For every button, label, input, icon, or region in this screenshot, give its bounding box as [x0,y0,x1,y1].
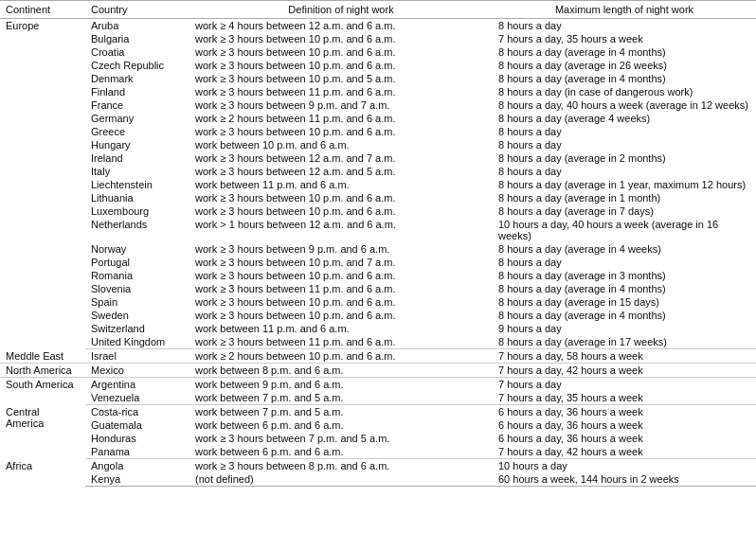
definition-cell: (not defined) [189,472,493,487]
definition-cell: work ≥ 3 hours between 10 p.m. and 6 a.m… [189,45,493,59]
country-cell: Sweden [85,309,189,322]
country-cell: Ireland [85,151,189,165]
definition-cell: work ≥ 3 hours between 10 p.m. and 6 a.m… [189,59,493,72]
max-cell: 8 hours a day [493,256,756,269]
max-cell: 8 hours a day (average in 2 months) [493,151,756,165]
definition-cell: work ≥ 3 hours between 10 p.m. and 6 a.m… [189,269,493,282]
continent-cell: Meddle East [0,349,85,364]
continent-cell: Europe [0,19,85,349]
max-cell: 8 hours a day (average in 4 months) [493,45,756,59]
country-cell: Greece [85,125,189,138]
max-cell: 8 hours a day (average in 4 weeks) [493,242,756,256]
max-cell: 8 hours a day (average in 3 months) [493,269,756,282]
max-cell: 6 hours a day, 36 hours a week [493,405,756,419]
definition-cell: work ≥ 3 hours between 9 p.m. and 7 a.m. [189,98,493,112]
definition-cell: work ≥ 2 hours between 10 p.m. and 6 a.m… [189,349,493,364]
country-cell: Venezuela [85,391,189,405]
definition-cell: work ≥ 3 hours between 10 p.m. and 6 a.m… [189,191,493,204]
country-cell: Switzerland [85,322,189,335]
definition-cell: work between 6 p.m. and 6 a.m. [189,445,493,459]
max-cell: 8 hours a day (average in 1 year, maximu… [493,178,756,191]
max-cell: 8 hours a day (average in 26 weeks) [493,59,756,72]
definition-cell: work ≥ 3 hours between 12 a.m. and 7 a.m… [189,151,493,165]
max-cell: 8 hours a day (average 4 weeks) [493,112,756,125]
country-cell: Croatia [85,45,189,59]
continent-cell: North America [0,364,85,378]
max-cell: 10 hours a day [493,459,756,473]
max-cell: 8 hours a day (average in 4 months) [493,72,756,85]
country-cell: Luxembourg [85,204,189,218]
definition-cell: work between 7 p.m. and 5 a.m. [189,391,493,405]
country-cell: Argentina [85,378,189,392]
max-cell: 7 hours a day, 35 hours a week [493,32,756,45]
header-continent: Continent [0,1,85,19]
country-cell: Bulgaria [85,32,189,45]
definition-cell: work between 7 p.m. and 5 a.m. [189,405,493,419]
country-cell: Costa-rica [85,405,189,419]
country-cell: Norway [85,242,189,256]
country-cell: Kenya [85,472,189,487]
country-cell: Portugal [85,256,189,269]
max-cell: 6 hours a day, 36 hours a week [493,432,756,445]
definition-cell: work ≥ 3 hours between 10 p.m. and 6 a.m… [189,309,493,322]
header-definition: Definition of night work [189,1,493,19]
country-cell: Honduras [85,432,189,445]
max-cell: 7 hours a day, 42 hours a week [493,364,756,378]
definition-cell: work ≥ 3 hours between 10 p.m. and 7 a.m… [189,256,493,269]
continent-cell: Central America [0,405,85,459]
continent-cell: Africa [0,459,85,487]
definition-cell: work ≥ 3 hours between 7 p.m. and 5 a.m. [189,432,493,445]
definition-cell: work between 11 p.m. and 6 a.m. [189,322,493,335]
definition-cell: work ≥ 3 hours between 10 p.m. and 5 a.m… [189,72,493,85]
definition-cell: work > 1 hours between 12 a.m. and 6 a.m… [189,218,493,242]
max-cell: 10 hours a day, 40 hours a week (average… [493,218,756,242]
country-cell: Germany [85,112,189,125]
definition-cell: work ≥ 3 hours between 9 p.m. and 6 a.m. [189,242,493,256]
country-cell: Spain [85,295,189,309]
max-cell: 7 hours a day, 58 hours a week [493,349,756,364]
definition-cell: work between 6 p.m. and 6 a.m. [189,418,493,432]
definition-cell: work ≥ 3 hours between 11 p.m. and 6 a.m… [189,282,493,295]
country-cell: United Kingdom [85,335,189,349]
max-cell: 8 hours a day (average in 1 month) [493,191,756,204]
max-cell: 8 hours a day (average in 7 days) [493,204,756,218]
country-cell: Liechtenstein [85,178,189,191]
definition-cell: work ≥ 3 hours between 10 p.m. and 6 a.m… [189,204,493,218]
country-cell: Hungary [85,138,189,151]
max-cell: 7 hours a day, 35 hours a week [493,391,756,405]
max-cell: 8 hours a day (average in 17 weeks) [493,335,756,349]
country-cell: Aruba [85,19,189,33]
country-cell: Angola [85,459,189,473]
definition-cell: work ≥ 2 hours between 11 p.m. and 6 a.m… [189,112,493,125]
country-cell: Slovenia [85,282,189,295]
definition-cell: work ≥ 3 hours between 8 p.m. and 6 a.m. [189,459,493,473]
definition-cell: work ≥ 3 hours between 10 p.m. and 6 a.m… [189,295,493,309]
country-cell: Czech Republic [85,59,189,72]
definition-cell: work ≥ 3 hours between 11 p.m. and 6 a.m… [189,335,493,349]
definition-cell: work between 11 p.m. and 6 a.m. [189,178,493,191]
max-cell: 8 hours a day [493,138,756,151]
max-cell: 8 hours a day, 40 hours a week (average … [493,98,756,112]
definition-cell: work ≥ 3 hours between 12 a.m. and 5 a.m… [189,165,493,178]
definition-cell: work between 9 p.m. and 6 a.m. [189,378,493,392]
country-cell: Italy [85,165,189,178]
country-cell: Finland [85,85,189,98]
max-cell: 6 hours a day, 36 hours a week [493,418,756,432]
definition-cell: work ≥ 3 hours between 10 p.m. and 6 a.m… [189,32,493,45]
country-cell: Romania [85,269,189,282]
country-cell: Lithuania [85,191,189,204]
max-cell: 7 hours a day, 42 hours a week [493,445,756,459]
max-cell: 60 hours a week, 144 hours in 2 weeks [493,472,756,487]
max-cell: 8 hours a day (average in 4 months) [493,282,756,295]
country-cell: Netherlands [85,218,189,242]
max-cell: 8 hours a day [493,165,756,178]
max-cell: 8 hours a day (average in 4 months) [493,309,756,322]
max-cell: 8 hours a day (in case of dangerous work… [493,85,756,98]
country-cell: Panama [85,445,189,459]
max-cell: 8 hours a day (average in 15 days) [493,295,756,309]
country-cell: Denmark [85,72,189,85]
header-max: Maximum length of night work [493,1,756,19]
definition-cell: work between 8 p.m. and 6 a.m. [189,364,493,378]
country-cell: France [85,98,189,112]
definition-cell: work ≥ 3 hours between 11 p.m. and 6 a.m… [189,85,493,98]
